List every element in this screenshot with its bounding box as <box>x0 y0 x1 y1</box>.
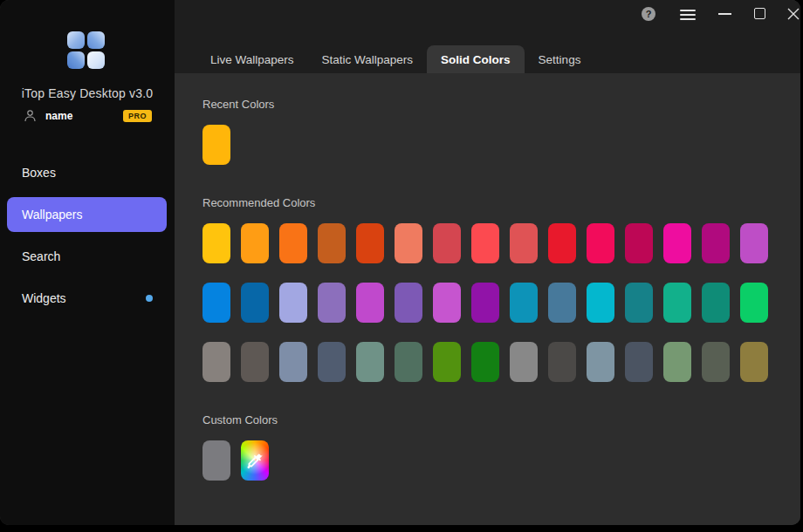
recommended-color-swatch[interactable] <box>587 223 614 263</box>
custom-colors-row <box>202 440 800 481</box>
sidebar-item-search[interactable]: Search <box>7 239 167 274</box>
app-logo-icon <box>67 31 105 69</box>
recommended-color-swatch[interactable] <box>395 342 422 382</box>
title-bar: Live WallpapersStatic WallpapersSolid Co… <box>175 0 800 73</box>
tab-static-wallpapers[interactable]: Static Wallpapers <box>308 45 428 73</box>
recommended-color-swatch[interactable] <box>202 342 230 382</box>
sidebar-item-label: Search <box>22 249 60 263</box>
sidebar-item-widgets[interactable]: Widgets <box>7 281 167 316</box>
recommended-color-swatch[interactable] <box>433 342 461 382</box>
recommended-color-swatch[interactable] <box>740 223 768 263</box>
recommended-color-swatch[interactable] <box>702 283 730 323</box>
recommended-color-swatch[interactable] <box>587 342 614 382</box>
user-name: name <box>45 110 72 122</box>
recommended-color-swatch[interactable] <box>702 342 730 382</box>
tab-live-wallpapers[interactable]: Live Wallpapers <box>196 45 308 73</box>
recommended-color-swatch[interactable] <box>356 223 384 263</box>
notification-dot <box>146 295 153 302</box>
recommended-color-swatch[interactable] <box>279 342 307 382</box>
recommended-color-swatch[interactable] <box>740 342 768 382</box>
main-area: Live WallpapersStatic WallpapersSolid Co… <box>175 0 800 525</box>
recommended-color-swatch[interactable] <box>433 223 461 263</box>
recommended-color-swatch[interactable] <box>740 283 768 323</box>
recommended-color-swatch[interactable] <box>471 283 499 323</box>
sidebar-menu: BoxesWallpapersSearchWidgets <box>7 155 167 323</box>
recommended-color-swatch[interactable] <box>625 223 653 263</box>
recommended-color-swatch[interactable] <box>202 283 230 323</box>
recommended-color-swatch[interactable] <box>663 283 691 323</box>
recommended-color-swatch[interactable] <box>395 223 422 263</box>
help-icon[interactable]: ? <box>642 7 655 21</box>
recommended-row-1 <box>202 223 800 263</box>
recommended-colors-title: Recommended Colors <box>202 196 800 209</box>
recommended-color-swatch[interactable] <box>356 283 384 323</box>
recommended-color-swatch[interactable] <box>202 223 230 263</box>
recommended-color-swatch[interactable] <box>663 223 691 263</box>
recommended-color-swatch[interactable] <box>433 283 461 323</box>
recommended-color-swatch[interactable] <box>625 283 653 323</box>
maximize-icon[interactable] <box>754 8 765 19</box>
recent-color-swatch[interactable] <box>202 125 230 165</box>
recent-colors-row <box>202 125 800 165</box>
recommended-color-swatch[interactable] <box>625 342 653 382</box>
recommended-color-swatch[interactable] <box>548 342 576 382</box>
recommended-color-swatch[interactable] <box>471 342 499 382</box>
recommended-color-swatch[interactable] <box>510 283 538 323</box>
sidebar: iTop Easy Desktop v3.0 name PRO BoxesWal… <box>0 0 175 525</box>
recommended-color-swatch[interactable] <box>318 342 346 382</box>
recommended-color-swatch[interactable] <box>279 283 307 323</box>
tab-solid-colors[interactable]: Solid Colors <box>427 45 525 73</box>
recommended-row-3 <box>202 342 800 382</box>
sidebar-item-label: Wallpapers <box>22 208 83 222</box>
sidebar-item-label: Widgets <box>22 291 66 305</box>
tab-bar: Live WallpapersStatic WallpapersSolid Co… <box>196 45 594 73</box>
recommended-color-swatch[interactable] <box>241 223 269 263</box>
recent-colors-title: Recent Colors <box>202 98 800 111</box>
sidebar-item-boxes[interactable]: Boxes <box>7 155 167 190</box>
custom-color-swatch[interactable] <box>202 440 230 481</box>
recommended-color-swatch[interactable] <box>548 283 576 323</box>
app-title: iTop Easy Desktop v3.0 <box>0 86 175 100</box>
user-icon <box>24 110 36 122</box>
eyedropper-icon <box>246 452 264 469</box>
pro-badge: PRO <box>123 110 152 122</box>
solid-colors-panel: Recent Colors Recommended Colors Custom … <box>175 73 800 525</box>
color-picker-button[interactable] <box>241 440 269 481</box>
close-icon[interactable] <box>786 7 800 21</box>
sidebar-item-label: Boxes <box>22 166 56 180</box>
recommended-color-swatch[interactable] <box>587 283 614 323</box>
recommended-colors-grid <box>202 223 800 382</box>
recommended-row-2 <box>202 283 800 323</box>
hamburger-menu-icon[interactable] <box>680 10 696 23</box>
custom-colors-title: Custom Colors <box>202 413 800 426</box>
recommended-color-swatch[interactable] <box>356 342 384 382</box>
recommended-color-swatch[interactable] <box>702 223 730 263</box>
recommended-color-swatch[interactable] <box>548 223 576 263</box>
sidebar-item-wallpapers[interactable]: Wallpapers <box>7 197 167 232</box>
recommended-color-swatch[interactable] <box>471 223 499 263</box>
recommended-color-swatch[interactable] <box>510 342 538 382</box>
recommended-color-swatch[interactable] <box>318 223 346 263</box>
recommended-color-swatch[interactable] <box>510 223 538 263</box>
recommended-color-swatch[interactable] <box>663 342 691 382</box>
recommended-color-swatch[interactable] <box>241 283 269 323</box>
tab-settings[interactable]: Settings <box>525 45 595 73</box>
app-window: iTop Easy Desktop v3.0 name PRO BoxesWal… <box>0 0 800 525</box>
recommended-color-swatch[interactable] <box>279 223 307 263</box>
minimize-icon[interactable] <box>718 13 731 15</box>
user-row: name PRO <box>24 108 152 124</box>
recommended-color-swatch[interactable] <box>241 342 269 382</box>
recommended-color-swatch[interactable] <box>318 283 346 323</box>
recommended-color-swatch[interactable] <box>395 283 422 323</box>
